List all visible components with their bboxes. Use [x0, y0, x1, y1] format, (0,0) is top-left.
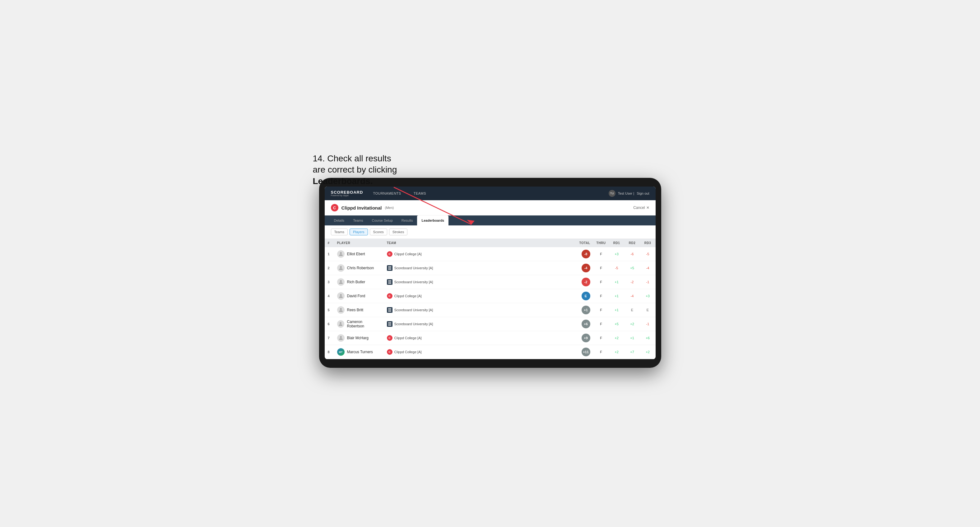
tab-details[interactable]: Details [330, 216, 349, 225]
cell-rd1: -5 [609, 261, 625, 275]
line1: Check all results [327, 154, 391, 163]
score-badge: +9 [582, 333, 590, 342]
cell-rd2: -2 [625, 275, 640, 289]
cell-player: Cameron Robertson [334, 317, 384, 331]
cell-player: Blair McHarg [334, 331, 384, 345]
cell-thru: F [593, 303, 609, 317]
score-badge: -2 [582, 278, 590, 286]
team-logo [387, 279, 393, 285]
tab-course-setup[interactable]: Course Setup [368, 216, 397, 225]
cell-total: +6 [572, 317, 593, 331]
cell-rd2: +2 [625, 317, 640, 331]
table-row: 6 Cameron Robertson Scoreboard Universit… [325, 317, 655, 331]
page-wrapper: 14. Check all results are correct by cli… [319, 159, 661, 368]
cell-team: Scoreboard University [A] [384, 317, 572, 331]
col-total: TOTAL [572, 239, 593, 247]
cell-rd3: E [640, 303, 655, 317]
tournament-badge: (Men) [385, 206, 394, 210]
cell-rd1: +3 [609, 247, 625, 261]
svg-point-5 [340, 294, 342, 296]
table-row: 3 Rich Butler Scoreboard University [A]-… [325, 275, 655, 289]
avatar [337, 250, 345, 258]
cell-rd1: +5 [609, 317, 625, 331]
cell-rd2: +7 [625, 345, 640, 359]
team-logo [387, 307, 393, 313]
cell-rd2: +1 [625, 331, 640, 345]
cell-thru: F [593, 261, 609, 275]
score-badge: +1 [582, 306, 590, 314]
avatar [337, 306, 345, 314]
tab-bar: Details Teams Course Setup Results Leade… [325, 216, 655, 225]
table-row: 5 Rees Britt Scoreboard University [A]+1… [325, 303, 655, 317]
cell-total: +11 [572, 345, 593, 359]
cell-total: -2 [572, 275, 593, 289]
team-logo: C [387, 293, 393, 299]
cell-total: -4 [572, 261, 593, 275]
cell-thru: F [593, 275, 609, 289]
nav-tournaments[interactable]: TOURNAMENTS [371, 190, 403, 197]
nav-right: TU Test User | Sign out [609, 190, 649, 197]
tab-results[interactable]: Results [397, 216, 417, 225]
cell-rank: 2 [325, 261, 334, 275]
col-rd3: RD3 [640, 239, 655, 247]
team-logo [387, 265, 393, 271]
filter-teams[interactable]: Teams [331, 229, 348, 235]
cell-rd1: +1 [609, 275, 625, 289]
table-header-row: # PLAYER TEAM TOTAL THRU RD1 RD2 RD3 [325, 239, 655, 247]
score-badge: +11 [582, 348, 590, 356]
table-row: 4 David FordCClippd College [A]EF+1-4+3 [325, 289, 655, 303]
team-logo: C [387, 251, 393, 257]
instruction-text: 14. Check all results are correct by cli… [313, 153, 397, 187]
tournament-title-area: C Clippd Invitational (Men) [331, 204, 394, 211]
nav-username: Test User | [618, 192, 634, 195]
cell-rd3: -1 [640, 317, 655, 331]
cell-rd1: +2 [609, 345, 625, 359]
avatar [337, 278, 345, 286]
cell-total: -8 [572, 247, 593, 261]
cell-rd3: +2 [640, 345, 655, 359]
cell-player: Chris Robertson [334, 261, 384, 275]
cell-thru: F [593, 317, 609, 331]
sign-out-link[interactable]: Sign out [636, 192, 649, 195]
avatar [337, 334, 345, 342]
user-avatar-nav: TU [609, 190, 616, 197]
table-row: 2 Chris Robertson Scoreboard University … [325, 261, 655, 275]
filter-bar: Teams Players Scores Strokes [325, 225, 655, 239]
cell-rd3: +3 [640, 289, 655, 303]
filter-strokes[interactable]: Strokes [389, 229, 407, 235]
logo-text: SCOREBOARD [331, 190, 363, 194]
team-logo: C [387, 335, 393, 341]
cell-rd1: +2 [609, 331, 625, 345]
filter-scores[interactable]: Scores [370, 229, 387, 235]
cell-rank: 5 [325, 303, 334, 317]
filter-players[interactable]: Players [350, 229, 368, 235]
line2: are correct by clicking [313, 165, 397, 175]
tablet-frame: SCOREBOARD Powered by clippd TOURNAMENTS… [319, 178, 661, 368]
cell-thru: F [593, 345, 609, 359]
avatar [337, 320, 345, 328]
svg-point-3 [340, 266, 342, 268]
cancel-button[interactable]: Cancel ✕ [633, 205, 649, 210]
tournament-name: Clippd Invitational [342, 205, 382, 211]
tab-teams[interactable]: Teams [348, 216, 367, 225]
nav-teams[interactable]: TEAMS [411, 190, 429, 197]
cell-total: +1 [572, 303, 593, 317]
logo-area: SCOREBOARD Powered by clippd [331, 190, 363, 197]
cell-rank: 8 [325, 345, 334, 359]
svg-point-4 [340, 280, 342, 282]
cell-rank: 6 [325, 317, 334, 331]
tab-leaderboards[interactable]: Leaderboards [417, 216, 449, 225]
logo-sub: Powered by clippd [331, 194, 363, 197]
tournament-logo: C [331, 204, 338, 211]
svg-point-2 [340, 252, 342, 254]
col-rd2: RD2 [625, 239, 640, 247]
tournament-header: C Clippd Invitational (Men) Cancel ✕ [325, 200, 655, 216]
avatar [337, 264, 345, 272]
table-row: 1 Elliot EbertCClippd College [A]-8F+3-6… [325, 247, 655, 261]
cell-rd1: +1 [609, 303, 625, 317]
cell-team: CClippd College [A] [384, 289, 572, 303]
cell-rd3: -1 [640, 275, 655, 289]
cell-player: Rees Britt [334, 303, 384, 317]
team-logo [387, 321, 393, 327]
cell-rank: 7 [325, 331, 334, 345]
